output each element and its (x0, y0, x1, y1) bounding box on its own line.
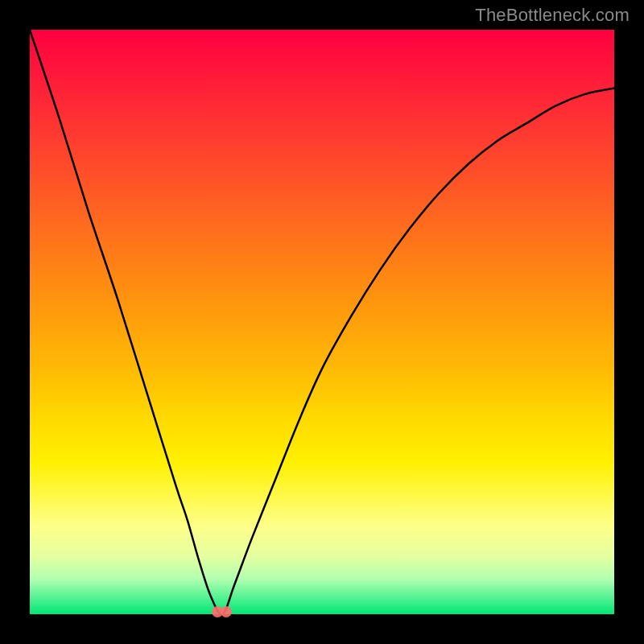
chart-stage: TheBottleneck.com (0, 0, 644, 644)
watermark-text: TheBottleneck.com (475, 5, 630, 26)
min-marker-dot-2 (221, 606, 232, 617)
bottleneck-curve (30, 30, 614, 614)
plot-area (30, 30, 614, 614)
curve-layer (30, 30, 614, 614)
